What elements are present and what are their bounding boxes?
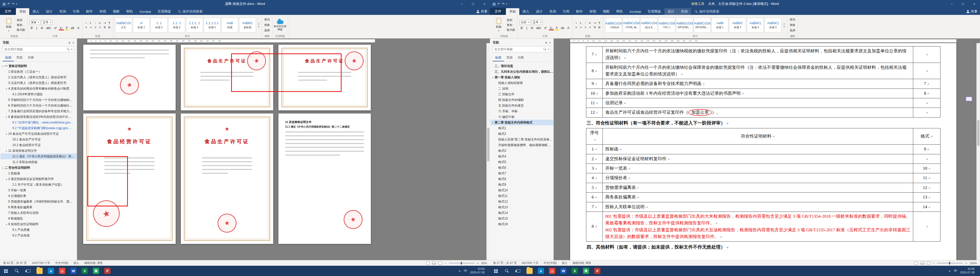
gallery-up-icon[interactable]: ▴ [784,22,785,25]
search-input[interactable] [4,48,65,51]
zoom-level[interactable]: 50% [481,262,487,265]
font-style-button[interactable]: A [566,26,570,30]
font-style-button[interactable]: abc [45,26,52,30]
paragraph-button[interactable]: ¶ [107,21,111,25]
nav-heading-item[interactable]: ▲ 一 资格证明材料 [0,63,77,69]
nav-heading-item[interactable]: 四 投标文件的编制 [490,97,554,103]
nav-heading-item[interactable]: 1 投标函 [0,170,77,176]
start-button[interactable] [490,266,501,276]
ribbon-tab[interactable]: 布局 [678,8,691,15]
ribbon-tab[interactable]: Acrobat [136,8,154,15]
taskbar-app-icon[interactable]: e [45,266,57,276]
nav-heading-item[interactable]: 4.1 2024年度审计报告 [0,91,77,97]
print-layout-icon[interactable] [921,262,924,265]
zoom-slider[interactable] [449,263,474,263]
taskbar-app-icon[interactable]: X [569,266,581,276]
nav-heading-item[interactable]: 开标时需要随身携带、例如需要抽检投标样品的… [490,142,554,148]
nav-tab[interactable]: 页面 [14,54,25,61]
search-dropdown-icon[interactable]: ▾ [71,48,72,51]
nav-heading-item[interactable]: 格式12 [490,199,554,205]
paste-dropdown-icon[interactable]: ▾ [498,30,500,32]
nav-heading-item[interactable]: ▲ 第二章 投标文件内容和格式 [490,120,554,125]
tell-me-search[interactable]: 操作说明搜索 [695,8,719,15]
style-option[interactable]: AaB 标题 [221,18,238,33]
ribbon-tab[interactable]: 开始 [16,8,29,15]
taskbar-app-icon[interactable]: ◎ [547,266,558,276]
chevron-icon[interactable]: ▲ [1,65,5,67]
taskbar-clock[interactable]: 10:55 2025-07-28 [960,267,975,274]
chevron-icon[interactable]: ▲ [1,167,5,169]
ribbon-tab[interactable]: 文件 [0,8,16,15]
doc-page-certificate[interactable]: ★ 食品生产许可证 ★ [181,114,273,244]
alignment-button[interactable]: ⊞ [597,26,601,29]
doc-page-certificate[interactable]: 食品生产许可证 ★ [278,45,371,110]
alignment-button[interactable]: ≡ [89,26,93,29]
paragraph-button[interactable]: ⋮ [94,21,97,25]
font-size-select[interactable]: 五号▾ [41,20,52,25]
paste-button[interactable]: 粘贴 ▾ [3,18,14,32]
doc-page-certificate[interactable]: 食品生产许可证 ★ [181,45,273,110]
save-icon[interactable]: ▤ [3,2,6,6]
taskbar-app-icon[interactable]: W [558,266,569,276]
zoom-level[interactable]: 100% [970,262,977,265]
alignment-button[interactable]: ≡ [574,26,578,29]
vertical-scrollbar[interactable] [487,43,490,260]
alignment-button[interactable]: ≡ [84,26,88,29]
doc-page-text[interactable]: ★ [83,45,176,110]
comment-bubble-icon[interactable] [966,97,972,102]
paragraph-button[interactable]: 1. [89,21,93,25]
nav-dropdown-icon[interactable]: ▾ [545,41,547,45]
paste-dropdown-icon[interactable]: ▾ [8,30,10,32]
font-size-select[interactable]: 五号▾ [531,20,542,25]
undo-icon[interactable]: ↶ [7,2,10,6]
nav-heading-item[interactable]: 格式2 [490,131,554,136]
zoom-out-icon[interactable]: − [445,262,446,265]
ribbon-tab[interactable]: 视图 [600,8,613,15]
taskbar-search-button[interactable] [501,266,512,276]
close-button[interactable]: × [969,0,980,8]
paragraph-button[interactable]: ⋮ [584,21,587,25]
nav-dropdown-icon[interactable]: ▾ [68,41,70,45]
font-style-button[interactable]: x² [53,26,58,30]
nav-heading-item[interactable]: 6 商务条款偏离表 [0,205,77,210]
ribbon-tab[interactable]: 文件 [490,8,506,15]
ribbon-tab[interactable]: 百度网盘 [644,8,664,15]
style-option[interactable]: A 标题 1 [133,18,150,33]
doc-page-text[interactable]: 11 其他资格证明文件 11.1 满足《中华人民共和国政府采购法》第二十二条规定… [278,114,371,244]
nav-heading-item[interactable]: 三、凡对本次公告内容提出询问，请按以下方式… [490,69,554,75]
nav-heading-item[interactable]: 4 分项报价表 [0,193,77,199]
nav-tab[interactable]: 标题 [3,54,14,61]
ribbon-tab[interactable]: 引用 [69,8,83,15]
style-option[interactable]: AaBl 标题 1 [711,18,728,33]
nav-heading-item[interactable]: ▲ 11 其他资格证明文件 [0,148,77,154]
paragraph-button[interactable]: ⇤ [588,21,592,25]
read-mode-icon[interactable] [426,262,430,265]
nav-heading-item[interactable]: 5 开标时间前六个月内任一个月的依法缴纳税… [0,97,77,103]
nav-heading-item[interactable]: 11.2 非联合体投标 [0,159,77,165]
horizontal-ruler[interactable]: 2 4 6 8 10 12 14 16 18 20 22 24 26 28 30… [77,38,490,43]
search-input[interactable] [494,48,542,51]
nav-heading-item[interactable]: 格式9 [490,182,554,187]
language-indicator[interactable]: 中文(中国) [55,261,68,265]
minimize-button[interactable]: − [456,0,468,8]
copy-button[interactable]: 复制 [506,23,516,27]
nav-heading-item[interactable]: 2.1 开户许可证（基本存款账户信息） [0,182,77,187]
scrollbar-thumb[interactable] [487,128,490,161]
font-style-button[interactable]: U [530,26,534,30]
taskbar-app-icon[interactable]: 微 [581,266,592,276]
nav-heading-item[interactable]: 格式5 [490,159,554,165]
taskbar-app-icon[interactable]: ◎ [57,266,68,276]
search-dropdown-icon[interactable]: ▾ [548,48,549,51]
zoom-out-icon[interactable]: − [933,262,935,265]
font-style-button[interactable]: A [555,26,559,30]
taskbar-app-icon[interactable]: P [102,266,113,276]
baidu-pan-save-button[interactable]: 保存到百度网盘 [274,19,286,31]
style-option[interactable]: 1.1.1.1.1 标题 5 [204,18,221,33]
nav-heading-item[interactable]: 格式11 [490,193,554,199]
doc-page[interactable]: 7 开标时间前六个月内任一个月的依法缴纳税收的缴款凭据复印件（注：依法免税的投标… [570,43,956,260]
nav-heading-item[interactable]: 格式10 [490,187,554,193]
ribbon-tab[interactable]: 设计 [43,8,56,15]
nav-tab[interactable]: 结果 [515,54,527,61]
font-style-button[interactable]: ab [560,26,565,30]
page-indicator[interactable]: 第 43 页，共 97 页 [3,261,27,265]
